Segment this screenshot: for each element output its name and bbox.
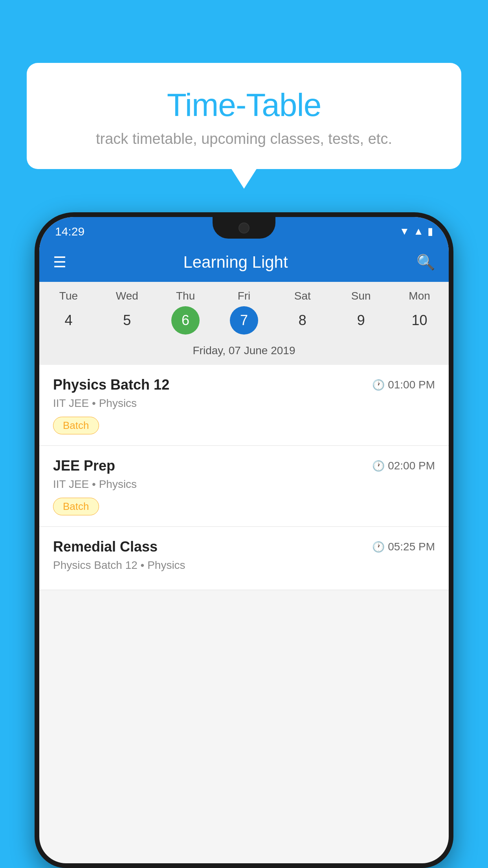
calendar-day-label: Wed [98,290,156,302]
clock-icon: 🕐 [372,379,385,391]
calendar-day-label: Fri [215,290,273,302]
phone-frame: 14:29 ▼ ▲ ▮ ☰ Learning Light 🔍 TueWedThu… [35,212,453,868]
calendar-date[interactable]: 6 [171,306,200,335]
speech-bubble: Time-Table track timetable, upcoming cla… [27,63,461,169]
schedule-item-header: Remedial Class🕐 05:25 PM [53,539,435,555]
status-icons: ▼ ▲ ▮ [400,225,433,237]
app-bar: ☰ Learning Light 🔍 [39,243,449,282]
clock-icon: 🕐 [372,460,385,472]
calendar-day-label: Thu [156,290,215,302]
status-time: 14:29 [55,225,84,238]
calendar-section: TueWedThuFriSatSunMon 45678910 Friday, 0… [39,282,449,365]
calendar-day-label: Tue [39,290,98,302]
schedule-item-subtitle: IIT JEE • Physics [53,478,435,491]
calendar-date[interactable]: 7 [230,306,258,335]
calendar-day-label: Sat [273,290,332,302]
bubble-title: Time-Table [42,86,446,123]
schedule-item[interactable]: Remedial Class🕐 05:25 PMPhysics Batch 12… [39,527,449,590]
phone-notch [213,217,275,239]
calendar-day-label: Sun [332,290,390,302]
schedule-item-time: 🕐 02:00 PM [372,460,435,472]
calendar-day-label: Mon [390,290,449,302]
camera-dot [238,223,250,234]
clock-icon: 🕐 [372,541,385,553]
batch-badge: Batch [53,498,99,515]
calendar-date[interactable]: 9 [332,306,390,335]
calendar-date[interactable]: 8 [273,306,332,335]
bubble-subtitle: track timetable, upcoming classes, tests… [42,131,446,147]
schedule-item-header: JEE Prep🕐 02:00 PM [53,458,435,474]
schedule-item-subtitle: IIT JEE • Physics [53,397,435,410]
schedule-list: Physics Batch 12🕐 01:00 PMIIT JEE • Phys… [39,365,449,590]
phone-screen: 14:29 ▼ ▲ ▮ ☰ Learning Light 🔍 TueWedThu… [39,217,449,863]
schedule-item-subtitle: Physics Batch 12 • Physics [53,559,435,572]
calendar-date[interactable]: 10 [390,306,449,335]
battery-icon: ▮ [427,225,433,237]
schedule-item-time: 🕐 05:25 PM [372,541,435,553]
date-numbers: 45678910 [39,306,449,335]
calendar-date[interactable]: 5 [98,306,156,335]
wifi-icon: ▼ [400,225,410,237]
selected-date-label: Friday, 07 June 2019 [39,340,449,365]
schedule-item-title: JEE Prep [53,458,115,474]
schedule-item-title: Physics Batch 12 [53,377,169,393]
calendar-date[interactable]: 4 [39,306,98,335]
schedule-item-header: Physics Batch 12🕐 01:00 PM [53,377,435,393]
search-icon[interactable]: 🔍 [416,254,435,271]
schedule-item[interactable]: Physics Batch 12🕐 01:00 PMIIT JEE • Phys… [39,365,449,446]
app-title: Learning Light [78,253,393,272]
signal-icon: ▲ [413,225,424,237]
day-labels: TueWedThuFriSatSunMon [39,290,449,302]
schedule-item-time: 🕐 01:00 PM [372,379,435,391]
schedule-item[interactable]: JEE Prep🕐 02:00 PMIIT JEE • PhysicsBatch [39,446,449,527]
schedule-item-title: Remedial Class [53,539,158,555]
batch-badge: Batch [53,417,99,434]
hamburger-icon[interactable]: ☰ [53,255,66,270]
